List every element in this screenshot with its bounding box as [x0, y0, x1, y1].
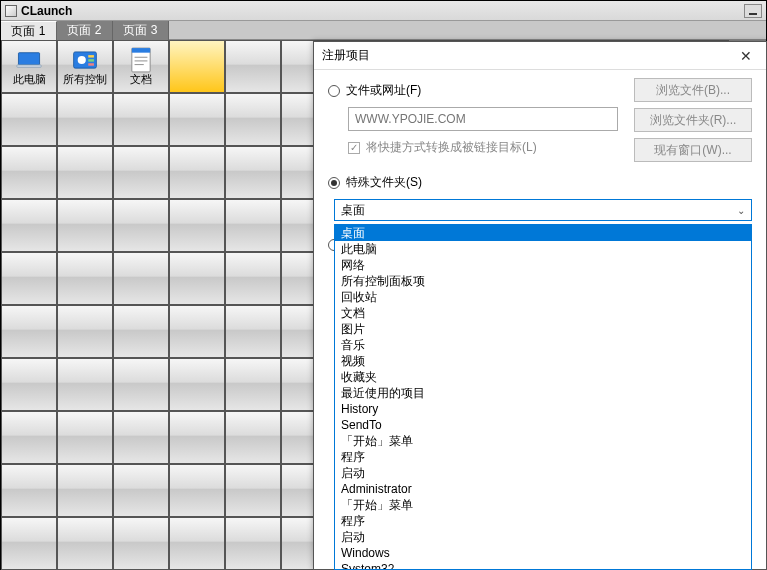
grid-cell[interactable] [169, 146, 225, 199]
grid-cell[interactable] [225, 358, 281, 411]
dropdown-item[interactable]: Administrator [335, 481, 751, 497]
dropdown-item[interactable]: 文档 [335, 305, 751, 321]
grid-cell[interactable] [225, 146, 281, 199]
grid-cell[interactable] [225, 252, 281, 305]
convert-checkbox[interactable]: ✓ [348, 142, 360, 154]
browse-file-button[interactable]: 浏览文件(B)... [634, 78, 752, 102]
main-window: CLaunch 页面 1 页面 2 页面 3 此电脑所有控制文档 注册项目 ✕ … [0, 0, 767, 570]
tab-page-3[interactable]: 页面 3 [113, 21, 169, 40]
browse-folder-button[interactable]: 浏览文件夹(R)... [634, 108, 752, 132]
dropdown-item[interactable]: 此电脑 [335, 241, 751, 257]
grid-cell[interactable] [1, 464, 57, 517]
grid-cell[interactable] [225, 93, 281, 146]
grid-cell[interactable] [169, 305, 225, 358]
grid-cell[interactable] [225, 411, 281, 464]
grid-cell[interactable] [57, 517, 113, 570]
svg-rect-8 [132, 48, 150, 53]
grid-cell[interactable] [113, 305, 169, 358]
grid-cell[interactable] [57, 146, 113, 199]
grid-cell[interactable] [1, 305, 57, 358]
grid-cell[interactable] [169, 252, 225, 305]
svg-rect-4 [88, 55, 94, 57]
dropdown-item[interactable]: History [335, 401, 751, 417]
grid-cell[interactable] [113, 252, 169, 305]
grid-cell[interactable] [225, 40, 281, 93]
grid-cell[interactable] [1, 146, 57, 199]
dropdown-item[interactable]: 图片 [335, 321, 751, 337]
dropdown-item[interactable]: 网络 [335, 257, 751, 273]
grid-cell[interactable] [113, 517, 169, 570]
grid-cell[interactable] [57, 411, 113, 464]
dropdown-item[interactable]: 所有控制面板项 [335, 273, 751, 289]
cell-label: 此电脑 [13, 74, 46, 85]
chevron-down-icon: ⌄ [737, 205, 745, 216]
grid-cell[interactable] [113, 93, 169, 146]
dropdown-item[interactable]: 程序 [335, 449, 751, 465]
dropdown-item[interactable]: Windows [335, 545, 751, 561]
dropdown-item[interactable]: 「开始」菜单 [335, 433, 751, 449]
grid-cell[interactable] [169, 358, 225, 411]
grid-cell[interactable] [225, 464, 281, 517]
grid-cell[interactable] [169, 517, 225, 570]
grid-cell[interactable] [57, 358, 113, 411]
grid-cell[interactable] [113, 358, 169, 411]
grid-cell[interactable] [57, 199, 113, 252]
app-title: CLaunch [21, 4, 72, 18]
launcher-item-doc[interactable]: 文档 [113, 40, 169, 93]
register-dialog: 注册项目 ✕ 浏览文件(B)... 浏览文件夹(R)... 现有窗口(W)...… [313, 41, 767, 570]
cell-label: 所有控制 [63, 74, 107, 85]
dropdown-item[interactable]: 回收站 [335, 289, 751, 305]
special-folder-select[interactable]: 桌面 ⌄ [334, 199, 752, 221]
grid-cell[interactable] [169, 411, 225, 464]
grid-cell[interactable] [113, 411, 169, 464]
grid-cell[interactable] [57, 93, 113, 146]
grid-cell[interactable] [57, 252, 113, 305]
grid-cell[interactable] [169, 199, 225, 252]
grid-cell[interactable] [1, 517, 57, 570]
convert-checkbox-label: 将快捷方式转换成被链接目标(L) [366, 139, 537, 156]
grid-cell[interactable] [1, 358, 57, 411]
dropdown-item[interactable]: 音乐 [335, 337, 751, 353]
grid-cell[interactable] [225, 517, 281, 570]
dropdown-item[interactable]: 启动 [335, 529, 751, 545]
grid-cell[interactable] [57, 464, 113, 517]
grid-cell[interactable] [1, 411, 57, 464]
grid-cell[interactable] [113, 464, 169, 517]
grid-cell-highlighted[interactable] [169, 40, 225, 93]
dropdown-item[interactable]: SendTo [335, 417, 751, 433]
dropdown-item[interactable]: 「开始」菜单 [335, 497, 751, 513]
grid-cell[interactable] [113, 199, 169, 252]
tab-page-2[interactable]: 页面 2 [57, 21, 113, 40]
close-icon[interactable]: ✕ [734, 46, 758, 66]
tab-page-1[interactable]: 页面 1 [1, 21, 57, 40]
special-folder-dropdown[interactable]: 桌面此电脑网络所有控制面板项回收站文档图片音乐视频收藏夹最近使用的项目Histo… [334, 224, 752, 570]
launcher-item-pc[interactable]: 此电脑 [1, 40, 57, 93]
dropdown-item[interactable]: 桌面 [335, 225, 751, 241]
grid-cell[interactable] [169, 464, 225, 517]
grid-cell[interactable] [225, 199, 281, 252]
radio-file-url[interactable] [328, 85, 340, 97]
svg-point-3 [78, 56, 86, 64]
grid-cell[interactable] [1, 199, 57, 252]
dropdown-item[interactable]: 程序 [335, 513, 751, 529]
dropdown-item[interactable]: 收藏夹 [335, 369, 751, 385]
cell-label: 文档 [130, 74, 152, 85]
grid-cell[interactable] [169, 93, 225, 146]
launcher-item-ctrl[interactable]: 所有控制 [57, 40, 113, 93]
dropdown-item[interactable]: System32 [335, 561, 751, 570]
existing-window-button[interactable]: 现有窗口(W)... [634, 138, 752, 162]
dropdown-item[interactable]: 启动 [335, 465, 751, 481]
grid-cell[interactable] [1, 93, 57, 146]
url-input[interactable] [348, 107, 618, 131]
tabbar: 页面 1 页面 2 页面 3 [1, 21, 766, 40]
radio-special-folder[interactable] [328, 177, 340, 189]
minimize-button[interactable] [744, 4, 762, 18]
app-icon [5, 5, 17, 17]
svg-rect-1 [17, 65, 41, 67]
dropdown-item[interactable]: 最近使用的项目 [335, 385, 751, 401]
grid-cell[interactable] [57, 305, 113, 358]
dropdown-item[interactable]: 视频 [335, 353, 751, 369]
grid-cell[interactable] [1, 252, 57, 305]
grid-cell[interactable] [113, 146, 169, 199]
grid-cell[interactable] [225, 305, 281, 358]
